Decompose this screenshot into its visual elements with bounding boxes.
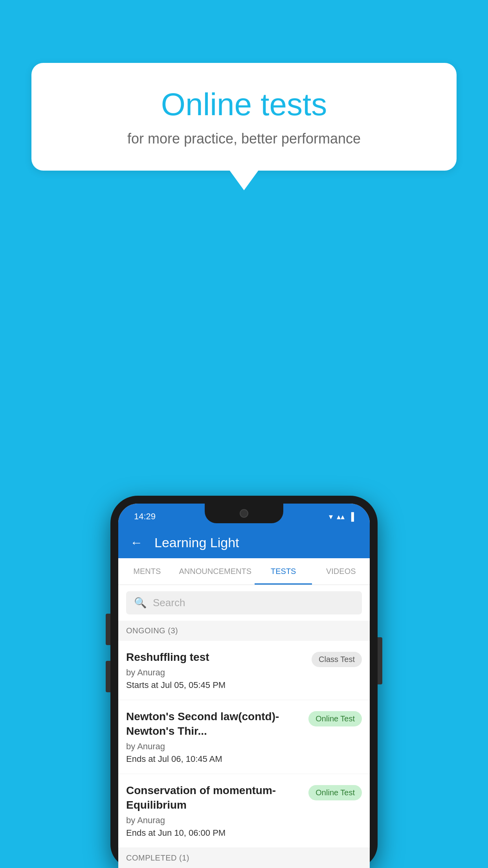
test-item[interactable]: Conservation of momentum-Equilibrium by … [118,774,370,848]
wifi-icon: ▾ [329,512,333,521]
app-bar-title: Learning Light [154,535,239,550]
volume-down-button [106,661,110,692]
test-time: Ends at Jun 10, 06:00 PM [126,828,302,838]
test-info: Newton's Second law(contd)-Newton's Thir… [126,710,308,764]
status-time: 14:29 [134,511,156,522]
class-test-badge: Class Test [312,652,362,667]
completed-section-header: COMPLETED (1) [118,848,370,868]
volume-up-button [106,614,110,645]
online-test-badge-2: Online Test [308,785,362,800]
test-time: Ends at Jul 06, 10:45 AM [126,754,302,764]
test-info: Reshuffling test by Anurag Starts at Jul… [126,650,312,690]
app-bar: ← Learning Light [118,527,370,558]
camera [240,509,248,518]
tab-tests[interactable]: TESTS [255,558,312,585]
phone-screen: 14:29 ▾ ▴▴ ▐ ← Learning Light MENTS ANNO… [118,504,370,868]
test-item[interactable]: Newton's Second law(contd)-Newton's Thir… [118,700,370,774]
test-title: Newton's Second law(contd)-Newton's Thir… [126,710,302,738]
search-icon: 🔍 [134,597,147,609]
test-time: Starts at Jul 05, 05:45 PM [126,680,305,690]
power-button [378,637,382,684]
test-item[interactable]: Reshuffling test by Anurag Starts at Jul… [118,641,370,700]
tab-announcements[interactable]: ANNOUNCEMENTS [176,558,255,585]
phone-notch [205,504,283,523]
test-author: by Anurag [126,741,302,752]
test-author: by Anurag [126,668,305,678]
promo-title: Online tests [63,86,425,123]
phone-mockup: 14:29 ▾ ▴▴ ▐ ← Learning Light MENTS ANNO… [110,496,378,868]
online-test-badge: Online Test [308,711,362,726]
test-info: Conservation of momentum-Equilibrium by … [126,783,308,838]
test-author: by Anurag [126,815,302,826]
status-icons: ▾ ▴▴ ▐ [329,512,354,521]
promo-subtitle: for more practice, better performance [63,131,425,147]
phone-frame: 14:29 ▾ ▴▴ ▐ ← Learning Light MENTS ANNO… [110,496,378,868]
search-bar[interactable]: 🔍 Search [126,591,362,614]
speech-bubble: Online tests for more practice, better p… [31,63,457,171]
test-title: Conservation of momentum-Equilibrium [126,783,302,812]
battery-icon: ▐ [349,512,354,521]
signal-icon: ▴▴ [337,512,345,521]
tab-assignments[interactable]: MENTS [118,558,176,585]
tab-videos[interactable]: VIDEOS [312,558,370,585]
search-placeholder: Search [153,597,185,609]
back-button[interactable]: ← [130,535,143,550]
tabs-bar: MENTS ANNOUNCEMENTS TESTS VIDEOS [118,558,370,585]
ongoing-section-header: ONGOING (3) [118,621,370,641]
search-container: 🔍 Search [118,585,370,621]
test-title: Reshuffling test [126,650,305,664]
promo-section: Online tests for more practice, better p… [31,63,457,171]
